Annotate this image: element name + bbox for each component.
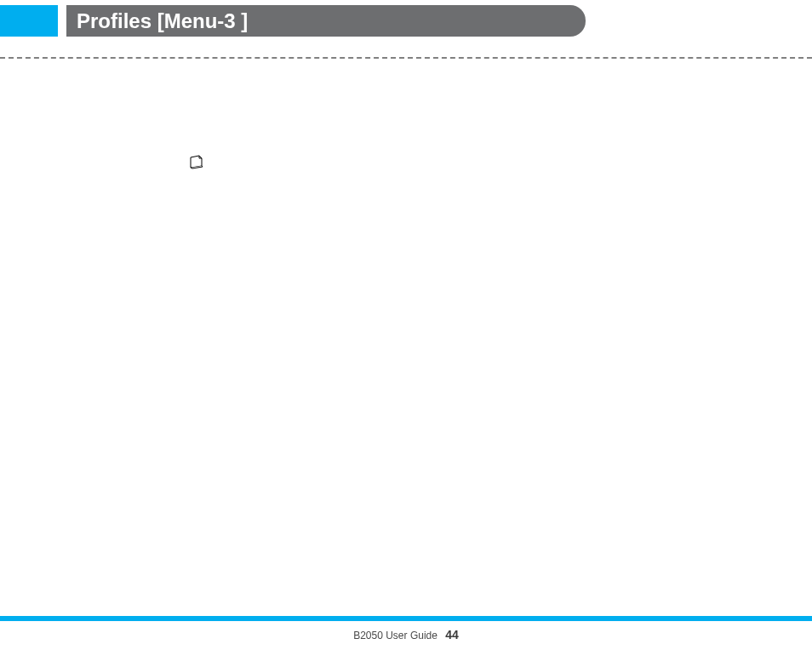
header-row: Profiles [Menu-3 ] bbox=[0, 5, 812, 37]
note-icon bbox=[189, 154, 206, 169]
title-bar: Profiles [Menu-3 ] bbox=[66, 5, 586, 37]
footer-accent-bar bbox=[0, 616, 812, 621]
page-title: Profiles [Menu-3 ] bbox=[77, 9, 248, 33]
header-spacer bbox=[58, 5, 66, 37]
accent-block bbox=[0, 5, 58, 37]
content-area bbox=[0, 59, 812, 569]
footer-text: B2050 User Guide 44 bbox=[0, 628, 812, 641]
footer-guide-label: B2050 User Guide bbox=[353, 630, 437, 641]
footer-page-number: 44 bbox=[445, 628, 459, 641]
